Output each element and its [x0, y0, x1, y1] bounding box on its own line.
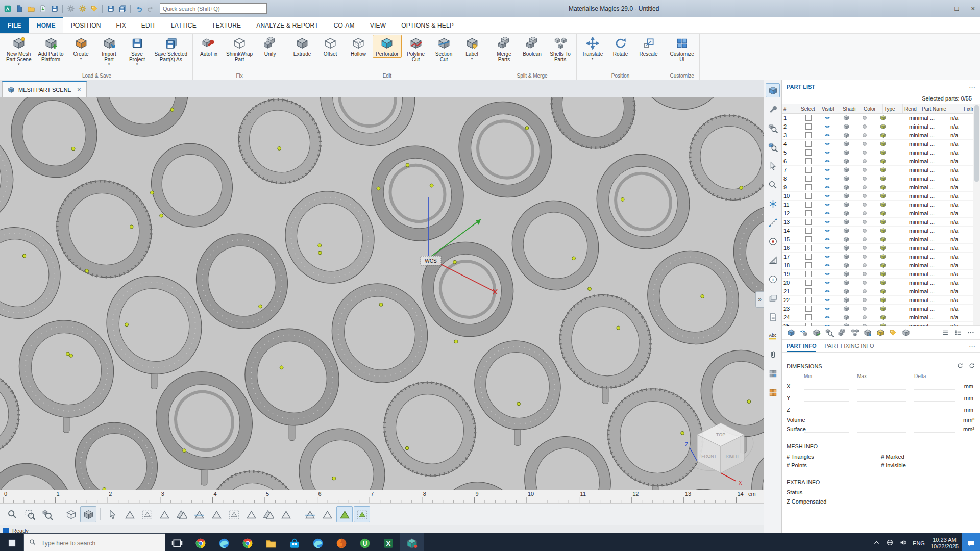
select-checkbox[interactable] [805, 271, 812, 277]
shading-cube-icon[interactable] [837, 140, 855, 148]
mark-plane-button[interactable] [191, 506, 207, 522]
type-cube-icon[interactable] [874, 192, 892, 200]
type-cube-icon[interactable] [874, 166, 892, 174]
filter-sharp-triangles-button[interactable] [302, 506, 318, 522]
visibility-eye-icon[interactable] [818, 140, 837, 148]
build-prep-icon[interactable] [89, 3, 100, 14]
table-row[interactable]: 1minimal ...n/a [782, 114, 980, 122]
table-row[interactable]: 19minimal ...n/a [782, 270, 980, 279]
tray-clock[interactable]: 10:23 AM 10/22/2025 [930, 537, 959, 550]
shading-cube-icon[interactable] [837, 313, 855, 321]
shading-cube-icon[interactable] [837, 244, 855, 252]
visibility-eye-icon[interactable] [818, 166, 837, 174]
shading-cube-icon[interactable] [837, 322, 855, 326]
table-row[interactable]: 6minimal ...n/a [782, 157, 980, 166]
color-sphere-icon[interactable] [855, 157, 874, 165]
new-platform-icon[interactable] [14, 3, 24, 14]
color-sphere-icon[interactable] [855, 114, 874, 122]
select-checkbox[interactable] [805, 280, 812, 286]
start-button[interactable] [0, 533, 23, 551]
table-row[interactable]: 11minimal ...n/a [782, 201, 980, 209]
table-row[interactable]: 14minimal ...n/a [782, 227, 980, 235]
type-cube-icon[interactable] [874, 279, 892, 287]
refresh-all-icon[interactable] [968, 362, 975, 370]
table-row[interactable]: 13minimal ...n/a [782, 218, 980, 227]
table-row[interactable]: 15minimal ...n/a [782, 235, 980, 244]
select-checkbox[interactable] [805, 132, 812, 138]
color-sphere-icon[interactable] [855, 131, 874, 139]
visibility-eye-icon[interactable] [818, 192, 837, 200]
tray-chevron-up-icon[interactable] [873, 539, 880, 547]
shrinkwrap-part-button[interactable]: ShrinkWrap Part [223, 35, 256, 63]
taskbar-app-task-view[interactable] [165, 533, 189, 551]
color-sphere-icon[interactable] [855, 287, 874, 295]
menu-fix[interactable]: FIX [109, 17, 134, 33]
taskbar-app-file-explorer[interactable] [259, 533, 283, 551]
shading-cube-icon[interactable] [837, 174, 855, 183]
maximize-button[interactable]: □ [955, 5, 959, 12]
select-all-parts-icon[interactable] [786, 327, 797, 338]
type-cube-icon[interactable] [874, 313, 892, 321]
type-cube-icon[interactable] [874, 296, 892, 304]
shading-cube-icon[interactable] [837, 235, 855, 243]
table-row[interactable]: 17minimal ...n/a [782, 253, 980, 261]
visibility-eye-icon[interactable] [818, 305, 837, 313]
select-checkbox[interactable] [805, 236, 812, 242]
select-checkbox[interactable] [805, 115, 812, 121]
color-sphere-icon[interactable] [855, 227, 874, 235]
tab-part-info[interactable]: PART INFO [787, 340, 816, 352]
shading-cube-icon[interactable] [837, 253, 855, 261]
lattice-icon[interactable] [766, 385, 780, 399]
viewport-canvas[interactable]: WCSTOPFRONTRIGHTXZ [0, 97, 764, 490]
visibility-eye-icon[interactable] [818, 253, 837, 261]
menu-options-help[interactable]: OPTIONS & HELP [394, 17, 461, 33]
machine-properties-icon[interactable] [65, 3, 76, 14]
table-row[interactable]: 21minimal ...n/a [782, 287, 980, 296]
shading-cube-icon[interactable] [837, 201, 855, 209]
menu-lattice[interactable]: LATTICE [163, 17, 204, 33]
select-checkbox[interactable] [805, 176, 812, 182]
type-cube-icon[interactable] [874, 235, 892, 243]
save-platform-icon[interactable] [105, 3, 116, 14]
taskbar-app-excel[interactable]: X [377, 533, 400, 551]
visibility-eye-icon[interactable] [818, 261, 837, 269]
type-cube-icon[interactable] [874, 140, 892, 148]
attachments-icon[interactable] [766, 347, 780, 362]
part-table-scrollbar[interactable] [973, 104, 980, 325]
view-part-icon[interactable] [766, 178, 780, 192]
undo-icon[interactable] [133, 3, 144, 14]
mark-all-button[interactable] [336, 506, 353, 522]
select-checkbox[interactable] [805, 158, 812, 164]
move-to-platform-icon[interactable] [862, 327, 873, 338]
visibility-eye-icon[interactable] [818, 270, 837, 278]
shrink-selection-button[interactable] [260, 506, 277, 522]
color-sphere-icon[interactable] [855, 140, 874, 148]
part-information-icon[interactable]: i [766, 272, 780, 286]
shading-cube-icon[interactable] [837, 279, 855, 287]
zoom-scene-icon[interactable] [766, 121, 780, 135]
shading-cube-icon[interactable] [837, 157, 855, 165]
toggle-visibility-icon[interactable] [798, 327, 810, 338]
color-sphere-icon[interactable] [855, 192, 874, 200]
refresh-dimensions-icon[interactable] [957, 362, 964, 370]
visibility-eye-icon[interactable] [818, 201, 837, 209]
shading-cube-icon[interactable] [837, 122, 855, 131]
shading-cube-icon[interactable] [837, 131, 855, 139]
type-cube-icon[interactable] [874, 114, 892, 122]
table-row[interactable]: 4minimal ...n/a [782, 140, 980, 148]
list-view-icon[interactable] [940, 327, 951, 338]
mark-brush-button[interactable] [156, 506, 173, 522]
offset-button[interactable]: Offset [316, 35, 344, 58]
color-sphere-icon[interactable] [855, 322, 874, 326]
color-sphere-icon[interactable] [855, 313, 874, 321]
select-checkbox[interactable] [805, 167, 812, 173]
visibility-eye-icon[interactable] [818, 313, 837, 321]
import-part-quick-icon[interactable] [37, 3, 48, 14]
type-cube-icon[interactable] [874, 201, 892, 209]
type-cube-icon[interactable] [874, 209, 892, 217]
type-cube-icon[interactable] [874, 253, 892, 261]
shells-to-parts-tool-icon[interactable] [849, 327, 861, 338]
shading-cube-icon[interactable] [837, 183, 855, 191]
select-arrow-icon[interactable] [766, 159, 780, 173]
type-cube-icon[interactable] [874, 322, 892, 326]
